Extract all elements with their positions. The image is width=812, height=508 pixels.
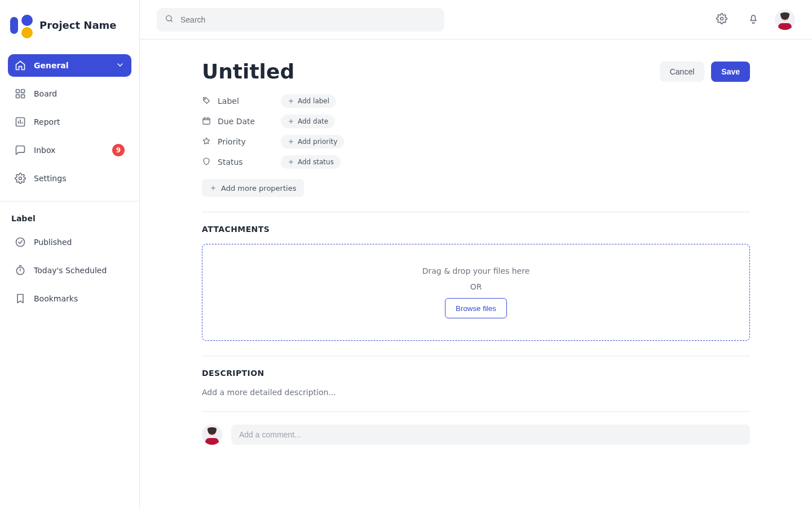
chip-label: Add date — [298, 117, 328, 125]
chat-icon — [15, 144, 26, 156]
search-input[interactable] — [179, 15, 436, 25]
add-label-chip[interactable]: Add label — [281, 94, 336, 108]
plus-icon — [288, 98, 294, 104]
property-name: Label — [218, 97, 239, 106]
svg-rect-1 — [21, 90, 25, 93]
dropzone-text: Drag & drop your files here — [422, 266, 530, 275]
property-name: Due Date — [218, 117, 255, 126]
calendar-icon — [202, 116, 211, 127]
inbox-badge: 9 — [112, 144, 125, 156]
sidebar-label-text: Today's Scheduled — [34, 266, 125, 275]
plus-icon — [288, 118, 294, 125]
attachments-heading: ATTACHMENTS — [202, 225, 750, 234]
sidebar-item-board[interactable]: Board — [8, 82, 131, 105]
svg-point-6 — [16, 238, 25, 247]
user-avatar[interactable] — [775, 10, 795, 30]
save-button[interactable]: Save — [711, 62, 750, 82]
dropzone-or: OR — [470, 282, 482, 291]
sidebar-label-heading: Label — [8, 214, 131, 223]
sidebar-item-inbox[interactable]: Inbox 9 — [8, 139, 131, 161]
property-name: Status — [218, 157, 243, 167]
stopwatch-icon — [15, 265, 26, 276]
label-icon — [202, 96, 211, 107]
avatar-icon — [775, 10, 795, 30]
add-more-label: Add more properties — [221, 184, 296, 192]
property-name: Priority — [218, 137, 246, 146]
sidebar-label-today[interactable]: Today's Scheduled — [8, 259, 131, 282]
comment-input[interactable] — [231, 424, 750, 445]
divider — [202, 212, 750, 212]
sidebar-item-general[interactable]: General — [8, 54, 131, 77]
svg-rect-3 — [21, 95, 25, 98]
settings-button[interactable] — [712, 10, 732, 30]
property-row-status: Status Add status — [202, 155, 563, 169]
sidebar: Project Name General Board Report Inbox … — [0, 0, 140, 508]
svg-rect-17 — [205, 438, 219, 445]
description-input[interactable]: Add a more detailed description... — [202, 388, 750, 397]
property-row-label: Label Add label — [202, 94, 563, 108]
bell-icon — [748, 13, 759, 26]
sidebar-divider — [0, 201, 139, 202]
sidebar-label-text: Published — [34, 238, 125, 247]
comment-row — [202, 424, 750, 445]
chip-label: Add label — [298, 97, 329, 105]
svg-point-13 — [204, 98, 205, 99]
board-icon — [15, 88, 26, 99]
gear-icon — [716, 13, 727, 26]
sidebar-item-settings[interactable]: Settings — [8, 167, 131, 190]
shield-icon — [202, 157, 211, 168]
gear-icon — [15, 173, 26, 184]
add-status-chip[interactable]: Add status — [281, 155, 341, 169]
cancel-button[interactable]: Cancel — [660, 62, 705, 82]
attachments-dropzone[interactable]: Drag & drop your files here OR Browse fi… — [202, 244, 750, 341]
sidebar-item-label: Inbox — [34, 146, 104, 155]
sidebar-item-label: General — [34, 61, 108, 70]
brand[interactable]: Project Name — [8, 14, 131, 36]
notifications-button[interactable] — [743, 10, 764, 30]
search-icon — [165, 14, 174, 25]
sidebar-label-text: Bookmarks — [34, 294, 125, 303]
title-row: Untitled Cancel Save — [202, 60, 750, 83]
sidebar-item-label: Board — [34, 89, 125, 98]
home-icon — [15, 60, 26, 71]
svg-point-5 — [19, 177, 22, 180]
chip-label: Add status — [298, 158, 334, 166]
plus-icon — [288, 138, 294, 145]
svg-point-9 — [721, 17, 723, 20]
add-priority-chip[interactable]: Add priority — [281, 135, 344, 148]
search-input-wrapper[interactable] — [157, 8, 444, 32]
avatar-icon — [202, 424, 222, 445]
svg-rect-14 — [203, 118, 210, 124]
plus-icon — [210, 185, 217, 191]
star-icon — [202, 137, 211, 147]
bookmark-icon — [15, 293, 26, 304]
sidebar-label-bookmarks[interactable]: Bookmarks — [8, 287, 131, 310]
divider — [202, 356, 750, 356]
sidebar-item-label: Settings — [34, 174, 125, 183]
property-row-priority: Priority Add priority — [202, 135, 563, 148]
add-more-properties-button[interactable]: Add more properties — [202, 179, 304, 197]
sidebar-item-report[interactable]: Report — [8, 111, 131, 133]
logo-icon — [10, 14, 33, 36]
browse-files-button[interactable]: Browse files — [445, 298, 507, 318]
check-circle-icon — [15, 237, 26, 248]
content: Untitled Cancel Save Label Add label — [140, 40, 812, 467]
property-row-due-date: Due Date Add date — [202, 115, 563, 128]
chip-label: Add priority — [298, 138, 337, 146]
svg-rect-12 — [778, 23, 792, 30]
commenter-avatar — [202, 424, 222, 445]
chevron-down-icon — [116, 60, 125, 71]
divider — [202, 411, 750, 412]
plus-icon — [288, 159, 294, 165]
project-name: Project Name — [39, 19, 117, 31]
add-date-chip[interactable]: Add date — [281, 115, 335, 128]
report-icon — [15, 116, 26, 128]
page-title[interactable]: Untitled — [202, 60, 294, 83]
properties: Label Add label Due Date Add date — [202, 94, 563, 197]
sidebar-label-published[interactable]: Published — [8, 231, 131, 253]
main: Untitled Cancel Save Label Add label — [140, 0, 812, 508]
svg-rect-2 — [16, 95, 20, 98]
svg-rect-0 — [16, 90, 20, 93]
sidebar-item-label: Report — [34, 117, 125, 126]
description-heading: DESCRIPTION — [202, 369, 750, 378]
